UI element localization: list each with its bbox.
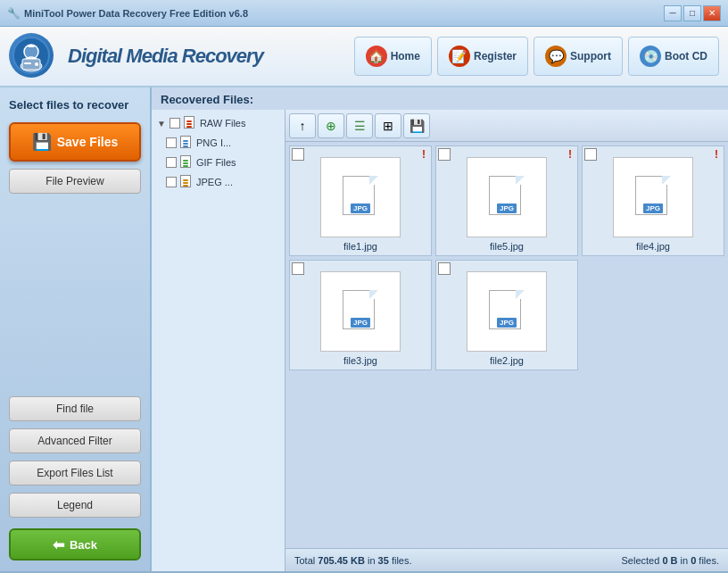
save-icon: 💾 bbox=[32, 132, 52, 152]
legend-button[interactable]: Legend bbox=[9, 493, 141, 518]
file-name-5: file5.jpg bbox=[490, 241, 524, 252]
file-name-1: file1.jpg bbox=[343, 241, 377, 252]
export-files-button[interactable]: Export Files List bbox=[9, 461, 141, 486]
png-file-icon bbox=[180, 136, 193, 150]
svg-point-5 bbox=[35, 62, 38, 66]
toolbar-add-button[interactable]: ⊕ bbox=[318, 113, 344, 138]
recovered-header: Recovered Files: bbox=[152, 87, 728, 110]
selected-files: 0 bbox=[691, 555, 696, 566]
right-panel: Recovered Files: ▼ RAW Files bbox=[152, 87, 728, 571]
tree-checkbox-gif[interactable] bbox=[166, 157, 177, 168]
svg-rect-3 bbox=[28, 45, 35, 47]
file-doc-icon-3: JPG bbox=[343, 290, 378, 333]
file-thumbnail-5: JPG bbox=[467, 157, 547, 237]
support-button[interactable]: 💬 Support bbox=[534, 37, 623, 76]
file-warning-5: ! bbox=[568, 148, 572, 161]
total-size: 705.45 KB bbox=[318, 555, 365, 566]
right-content: ↑ ⊕ ☰ ⊞ 💾 bbox=[285, 110, 728, 571]
tree-item-gif[interactable]: GIF Files bbox=[152, 153, 285, 172]
maximize-button[interactable]: □ bbox=[683, 5, 701, 21]
file-name-4: file4.jpg bbox=[636, 241, 670, 252]
total-files: 35 bbox=[378, 555, 389, 566]
file-item-3[interactable]: JPG file3.jpg bbox=[289, 260, 432, 370]
svg-rect-6 bbox=[24, 62, 31, 64]
tree-checkbox-png[interactable] bbox=[166, 137, 177, 148]
toolbar-filter-button[interactable]: ☰ bbox=[346, 113, 373, 138]
toolbar-save-button[interactable]: 💾 bbox=[403, 113, 430, 138]
file-preview-button[interactable]: File Preview bbox=[9, 169, 141, 194]
logo-icon bbox=[9, 33, 55, 79]
toolbar-grid-button[interactable]: ⊞ bbox=[375, 113, 401, 138]
file-doc-icon-5: JPG bbox=[489, 176, 525, 219]
file-item-1[interactable]: ! JPG file1.jpg bbox=[289, 145, 432, 256]
file-item-4[interactable]: ! JPG file4.jpg bbox=[582, 145, 724, 256]
nav-buttons: 🏠 Home 📝 Register 💬 Support 💿 Boot CD bbox=[354, 37, 719, 76]
tree-label-raw: RAW Files bbox=[200, 118, 246, 129]
jpeg-file-icon bbox=[180, 175, 193, 189]
app-icon: 🔧 bbox=[7, 7, 21, 20]
tree-and-grid: ▼ RAW Files bbox=[152, 110, 728, 571]
back-arrow-icon: ⬅ bbox=[53, 536, 64, 553]
file-doc-icon-4: JPG bbox=[635, 176, 671, 219]
file-thumbnail-2: JPG bbox=[467, 271, 547, 352]
home-icon: 🏠 bbox=[366, 46, 387, 67]
titlebar-controls: ─ □ ✕ bbox=[664, 5, 721, 21]
bootcd-button[interactable]: 💿 Boot CD bbox=[628, 37, 719, 76]
logo-text: Digital Media Recovery bbox=[68, 45, 263, 68]
minimize-button[interactable]: ─ bbox=[664, 5, 682, 21]
file-thumbnail-1: JPG bbox=[320, 157, 401, 237]
toolbar-up-button[interactable]: ↑ bbox=[289, 113, 316, 138]
file-item-5[interactable]: ! JPG file5.jpg bbox=[435, 145, 578, 256]
file-thumbnail-4: JPG bbox=[613, 157, 693, 237]
find-file-button[interactable]: Find file bbox=[9, 396, 141, 421]
file-grid: ! JPG file1.jpg ! bbox=[285, 142, 728, 548]
gif-file-icon bbox=[180, 155, 193, 170]
register-button[interactable]: 📝 Register bbox=[437, 37, 528, 76]
tree-label-gif: GIF Files bbox=[196, 157, 236, 168]
tree-item-jpeg[interactable]: JPEG ... bbox=[152, 172, 285, 192]
grid-icon: ⊞ bbox=[383, 119, 393, 133]
file-tree: ▼ RAW Files bbox=[152, 110, 285, 571]
status-right: Selected 0 B in 0 files. bbox=[622, 555, 720, 566]
raw-file-icon bbox=[184, 116, 196, 130]
home-button[interactable]: 🏠 Home bbox=[354, 37, 432, 76]
tree-item-raw[interactable]: ▼ RAW Files bbox=[152, 113, 285, 133]
tree-label-jpeg: JPEG ... bbox=[196, 177, 233, 187]
up-icon: ↑ bbox=[300, 119, 306, 133]
tree-arrow: ▼ bbox=[157, 119, 166, 129]
selected-size: 0 B bbox=[662, 555, 677, 566]
file-checkbox-5[interactable] bbox=[438, 148, 451, 161]
file-item-2[interactable]: JPG file2.jpg bbox=[435, 260, 578, 370]
close-button[interactable]: ✕ bbox=[703, 5, 721, 21]
filter-icon: ☰ bbox=[354, 119, 366, 133]
tree-checkbox-jpeg[interactable] bbox=[166, 177, 177, 187]
file-warning-4: ! bbox=[715, 148, 718, 161]
advanced-filter-button[interactable]: Advanced Filter bbox=[9, 428, 141, 453]
toolbar: ↑ ⊕ ☰ ⊞ 💾 bbox=[285, 110, 728, 142]
header: Digital Media Recovery 🏠 Home 📝 Register… bbox=[0, 27, 728, 87]
file-doc-icon-2: JPG bbox=[489, 290, 525, 333]
main-area: Select files to recover 💾 Save Files Fil… bbox=[0, 87, 728, 571]
select-label: Select files to recover bbox=[9, 98, 141, 112]
file-name-2: file2.jpg bbox=[490, 355, 524, 366]
file-warning-1: ! bbox=[422, 148, 426, 161]
spacer bbox=[9, 201, 141, 389]
file-checkbox-3[interactable] bbox=[292, 262, 304, 275]
file-checkbox-1[interactable] bbox=[292, 148, 304, 161]
file-checkbox-4[interactable] bbox=[584, 148, 597, 161]
titlebar-title: 🔧 MiniTool Power Data Recovery Free Edit… bbox=[7, 7, 248, 20]
tree-checkbox-raw[interactable] bbox=[170, 118, 180, 129]
add-icon: ⊕ bbox=[326, 119, 336, 133]
file-checkbox-2[interactable] bbox=[438, 262, 451, 275]
logo-area: Digital Media Recovery bbox=[9, 33, 354, 79]
file-doc-icon-1: JPG bbox=[343, 176, 378, 219]
file-thumbnail-3: JPG bbox=[320, 271, 401, 352]
tree-label-png: PNG I... bbox=[196, 137, 231, 148]
support-icon: 💬 bbox=[545, 46, 567, 67]
left-panel: Select files to recover 💾 Save Files Fil… bbox=[0, 87, 152, 571]
back-button[interactable]: ⬅ Back bbox=[9, 528, 141, 561]
tree-item-png[interactable]: PNG I... bbox=[152, 133, 285, 153]
file-name-3: file3.jpg bbox=[343, 355, 377, 366]
save-files-button[interactable]: 💾 Save Files bbox=[9, 122, 141, 162]
save-toolbar-icon: 💾 bbox=[410, 119, 425, 133]
